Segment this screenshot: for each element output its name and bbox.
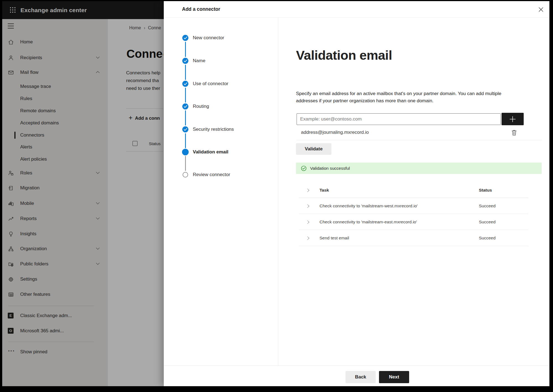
task-column-header: Task	[320, 188, 329, 193]
expand-all-chevron-icon[interactable]	[306, 189, 309, 192]
expand-row-chevron-icon[interactable]	[306, 204, 309, 208]
expand-row-chevron-icon[interactable]	[306, 236, 309, 240]
banner-message: Validation successful	[310, 166, 350, 171]
success-check-icon	[301, 166, 307, 171]
plus-icon	[509, 116, 516, 123]
table-row[interactable]: Send test email Succeed	[299, 230, 528, 246]
expand-row-chevron-icon[interactable]	[306, 220, 309, 224]
dialog-header-divider	[164, 17, 549, 18]
delete-address-button[interactable]	[510, 129, 518, 136]
step-current-icon	[182, 149, 189, 155]
email-address-input[interactable]	[297, 113, 501, 125]
step-complete-icon	[182, 58, 188, 64]
table-row[interactable]: Check connectivity to 'mailstream-east.m…	[299, 214, 528, 230]
wizard-nav-divider	[278, 18, 278, 365]
validation-results-table: Task Status Check connectivity to 'mails…	[299, 182, 528, 246]
table-header-row: Task Status	[299, 182, 528, 198]
step-connector-line	[185, 42, 186, 57]
step-complete-icon	[182, 126, 188, 132]
step-connector-line	[185, 65, 186, 80]
validation-success-banner: Validation successful	[296, 163, 542, 174]
step-upcoming-icon	[183, 172, 188, 177]
step-heading: Validation email	[296, 48, 392, 63]
address-list-item: address@journaling.mxrecord.io	[296, 126, 542, 140]
table-row[interactable]: Check connectivity to 'mailstream-west.m…	[299, 198, 528, 214]
step-complete-icon	[182, 35, 188, 41]
step-connector-line	[185, 88, 186, 103]
validate-button[interactable]: Validate	[296, 143, 331, 155]
add-address-button[interactable]	[502, 113, 524, 125]
screenshot-frame: Exchange admin center Home Recipients Ma…	[0, 0, 553, 392]
dialog-title: Add a connector	[182, 6, 220, 12]
trash-icon	[512, 130, 517, 136]
address-value: address@journaling.mxrecord.io	[301, 130, 369, 135]
step-connector-line	[185, 133, 186, 148]
dialog-footer-divider	[164, 365, 549, 366]
step-connector-line	[185, 110, 186, 126]
add-connector-dialog: Add a connector New connector Name Use o…	[164, 1, 549, 386]
screen: Exchange admin center Home Recipients Ma…	[2, 1, 549, 386]
step-complete-icon	[182, 81, 188, 87]
status-badge: Succeed	[479, 219, 495, 224]
back-button[interactable]: Back	[346, 371, 376, 383]
step-connector-line	[185, 156, 186, 171]
status-badge: Succeed	[479, 236, 495, 241]
close-button[interactable]	[537, 5, 545, 14]
status-badge: Succeed	[479, 203, 495, 208]
step-complete-icon	[182, 103, 188, 109]
close-icon	[539, 7, 543, 12]
status-column-header: Status	[479, 188, 492, 193]
step-description: Specify an email address for an active m…	[296, 90, 515, 104]
next-button[interactable]: Next	[379, 371, 409, 383]
